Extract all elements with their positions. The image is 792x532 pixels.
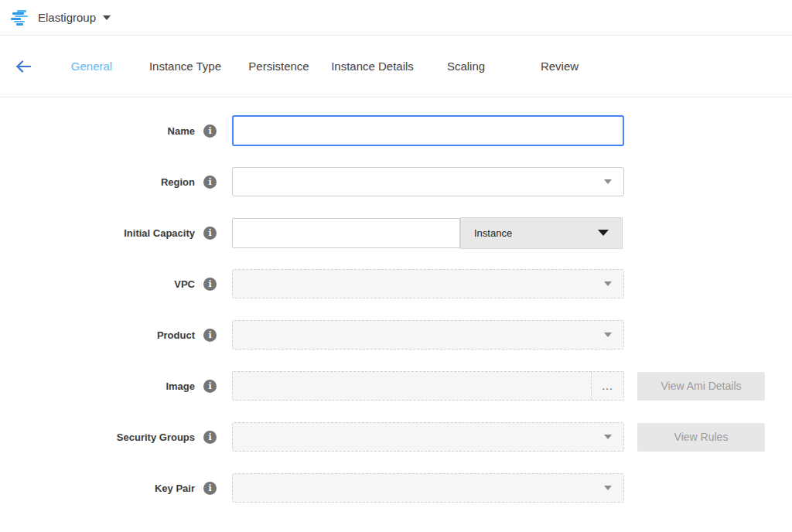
region-label: Region: [0, 176, 195, 188]
chevron-down-icon: [598, 230, 609, 236]
security-groups-label: Security Groups: [0, 431, 195, 443]
info-icon[interactable]: [203, 329, 217, 342]
field-row-image: Image ... View Ami Details: [0, 370, 792, 401]
vpc-select[interactable]: [232, 269, 624, 298]
field-row-key-pair: Key Pair: [0, 472, 792, 503]
field-row-security-groups: Security Groups View Rules: [0, 421, 792, 452]
arrow-left-icon: [14, 60, 31, 73]
capacity-unit-value: Instance: [474, 227, 512, 239]
initial-capacity-label: Initial Capacity: [0, 227, 195, 239]
chevron-down-icon: [604, 435, 612, 439]
initial-capacity-input[interactable]: [232, 218, 460, 248]
tab-review[interactable]: Review: [513, 60, 606, 73]
tab-scaling[interactable]: Scaling: [419, 60, 513, 73]
topbar: Elastigroup: [0, 0, 792, 36]
image-label: Image: [0, 380, 195, 392]
field-row-vpc: VPC: [0, 268, 792, 299]
product-select[interactable]: [232, 320, 624, 350]
view-rules-button[interactable]: View Rules: [637, 423, 765, 452]
tab-instance-details[interactable]: Instance Details: [326, 60, 419, 73]
chevron-down-icon: [604, 486, 612, 490]
security-groups-select[interactable]: [232, 422, 624, 452]
view-ami-details-button[interactable]: View Ami Details: [637, 372, 765, 401]
image-picker[interactable]: ...: [232, 371, 624, 401]
app-switcher-label[interactable]: Elastigroup: [38, 11, 96, 24]
tab-instance-type[interactable]: Instance Type: [138, 60, 232, 73]
chevron-down-icon: [604, 281, 612, 286]
capacity-unit-select[interactable]: Instance: [460, 217, 623, 249]
info-icon[interactable]: [203, 227, 217, 240]
info-icon[interactable]: [203, 482, 217, 495]
info-icon[interactable]: [203, 431, 217, 444]
name-input[interactable]: [232, 115, 624, 146]
product-label: Product: [0, 329, 195, 341]
tab-general[interactable]: General: [45, 60, 138, 73]
info-icon[interactable]: [203, 380, 217, 393]
field-row-initial-capacity: Initial Capacity Instance: [0, 217, 792, 248]
info-icon[interactable]: [203, 124, 217, 138]
key-pair-label: Key Pair: [0, 483, 195, 494]
image-browse-button[interactable]: ...: [591, 372, 623, 400]
chevron-down-icon: [604, 332, 612, 337]
tab-persistence[interactable]: Persistence: [232, 60, 326, 73]
key-pair-select[interactable]: [232, 473, 624, 503]
field-row-region: Region: [0, 166, 792, 197]
chevron-down-icon[interactable]: [103, 15, 111, 20]
name-label: Name: [0, 125, 195, 137]
field-row-name: Name: [0, 115, 792, 146]
info-icon[interactable]: [203, 278, 217, 291]
vpc-label: VPC: [0, 278, 195, 290]
image-picker-value: [233, 372, 591, 400]
region-select[interactable]: [232, 167, 624, 196]
wizard-tab-bar: General Instance Type Persistence Instan…: [0, 36, 792, 97]
elastigroup-logo-icon: [11, 9, 29, 26]
general-settings-form: Name Region Initial Capacity Instance: [0, 97, 792, 503]
back-button[interactable]: [0, 60, 45, 73]
info-icon[interactable]: [203, 176, 217, 189]
chevron-down-icon: [604, 179, 612, 184]
field-row-product: Product: [0, 319, 792, 350]
